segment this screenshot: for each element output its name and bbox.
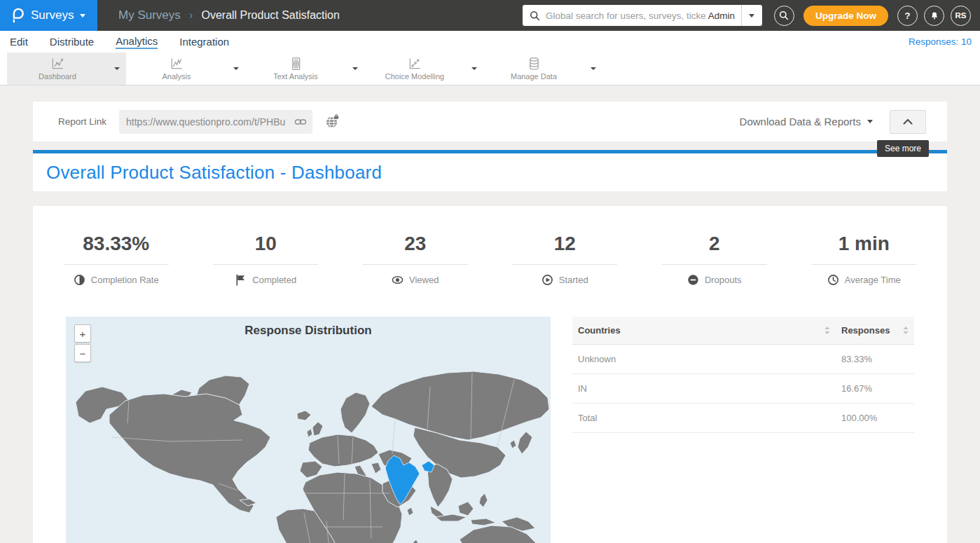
play-circle-icon	[541, 274, 553, 286]
database-icon	[527, 57, 541, 71]
help-button[interactable]: ?	[897, 6, 918, 26]
breadcrumb-parent[interactable]: My Surveys	[118, 8, 181, 22]
scatter-trend-icon	[408, 57, 422, 71]
map-philippines	[479, 493, 488, 507]
responses-cell: 83.33%	[836, 345, 914, 374]
stat-label: Dropouts	[705, 275, 742, 285]
stat-viewed: 23 Viewed	[340, 233, 490, 286]
global-search[interactable]: Admin	[523, 5, 762, 26]
dashboard-dropdown[interactable]	[108, 53, 126, 85]
column-header-countries[interactable]: Countries	[572, 317, 836, 345]
stat-average-time: 1 min Average Time	[789, 233, 939, 286]
minus-circle-icon	[687, 274, 699, 286]
chevron-down-icon	[867, 120, 873, 123]
search-scope-dropdown[interactable]	[742, 5, 762, 26]
stat-value: 2	[640, 233, 789, 255]
analysis-dropdown[interactable]	[227, 53, 245, 85]
tab-analytics[interactable]: Analytics	[116, 35, 158, 49]
breadcrumb-current: Overall Product Satisfaction	[201, 9, 339, 22]
country-cell: Unknown	[572, 345, 836, 374]
text-analysis-dropdown[interactable]	[346, 53, 364, 85]
tab-integration[interactable]: Integration	[179, 36, 229, 48]
manage-data-dropdown[interactable]	[584, 53, 602, 85]
search-icon	[779, 11, 789, 20]
bell-icon	[930, 11, 939, 21]
clock-icon	[827, 274, 839, 286]
world-map[interactable]	[66, 317, 551, 543]
chevron-down-icon	[233, 67, 239, 70]
zoom-out-button[interactable]: −	[74, 344, 91, 362]
column-header-responses[interactable]: Responses	[836, 317, 914, 345]
map-ireland	[307, 429, 312, 437]
analytics-toolbar: Dashboard Analysis Text Analysis	[0, 53, 980, 85]
stat-value: 1 min	[789, 233, 939, 255]
chevron-down-icon	[114, 67, 120, 70]
toolbar-item-label: Manage Data	[511, 72, 557, 81]
toolbar-item-manage-data[interactable]: Manage Data	[483, 53, 602, 85]
map-sri-lanka	[407, 507, 413, 516]
product-name: Surveys	[31, 8, 74, 22]
choice-modelling-dropdown[interactable]	[465, 53, 483, 85]
map-iceland	[297, 411, 311, 420]
map-uk	[312, 422, 323, 436]
public-report-settings[interactable]	[325, 114, 340, 129]
chevron-down-icon	[80, 14, 85, 18]
responses-count: Responses: 10	[909, 36, 980, 47]
stat-dropouts: 2 Dropouts	[640, 233, 789, 286]
link-icon[interactable]	[294, 116, 307, 128]
download-data-reports-menu[interactable]: Download Data & Reports	[740, 116, 873, 128]
chevron-down-icon	[591, 67, 596, 70]
countries-table: Countries Responses	[572, 317, 914, 433]
collapse-toolbar-button[interactable]	[890, 110, 926, 134]
search-scope: Admin	[708, 11, 735, 21]
countries-table-panel: Countries Responses	[572, 317, 914, 543]
map-madagascar	[410, 539, 420, 543]
topbar: Surveys My Surveys › Overall Product Sat…	[0, 0, 980, 31]
chevron-down-icon	[749, 14, 754, 18]
stat-value: 23	[340, 233, 490, 255]
divider	[213, 264, 318, 265]
stat-completion-rate: 83.33% Completion Rate	[41, 233, 191, 286]
see-more-tooltip: See more	[877, 140, 929, 157]
breadcrumb-separator-icon: ›	[189, 8, 193, 22]
country-cell: Total	[572, 404, 836, 433]
dashboard-card: 83.33% Completion Rate 10 Completed	[33, 206, 947, 543]
chevron-down-icon	[471, 67, 477, 70]
breadcrumb: My Surveys › Overall Product Satisfactio…	[118, 8, 340, 22]
stat-label: Average Time	[845, 275, 901, 285]
notifications-button[interactable]	[924, 6, 944, 26]
map-europe	[308, 434, 378, 467]
report-link-bar: Report Link Download Data & Reports See …	[33, 102, 947, 142]
report-url-input[interactable]	[126, 116, 294, 128]
questionpro-logo-icon	[9, 7, 25, 24]
map-india-northeast-highlight[interactable]	[422, 461, 434, 472]
question-mark-icon: ?	[905, 11, 911, 21]
search-input[interactable]	[546, 11, 705, 21]
document-grid-icon	[289, 57, 303, 71]
distribution-row: Response Distribution + −	[33, 317, 947, 543]
divider	[811, 264, 916, 265]
tab-edit[interactable]: Edit	[10, 36, 28, 48]
upgrade-now-button[interactable]: Upgrade Now	[803, 6, 888, 26]
toolbar-item-text-analysis[interactable]: Text Analysis	[245, 53, 364, 85]
stat-value: 10	[191, 233, 341, 255]
search-button[interactable]	[774, 6, 794, 26]
report-link-label: Report Link	[58, 116, 106, 127]
divider	[64, 264, 169, 265]
stats-row: 83.33% Completion Rate 10 Completed	[33, 233, 947, 286]
toolbar-item-choice-modelling[interactable]: Choice Modelling	[364, 53, 483, 85]
product-switcher[interactable]: Surveys	[0, 0, 97, 31]
toolbar-item-dashboard[interactable]: Dashboard	[7, 53, 126, 85]
toolbar-item-label: Text Analysis	[273, 72, 318, 81]
divider	[363, 264, 468, 265]
analysis-chart-icon	[170, 57, 184, 71]
responses-cell: 100.00%	[836, 404, 914, 433]
tab-distribute[interactable]: Distribute	[50, 36, 94, 48]
toolbar-item-analysis[interactable]: Analysis	[126, 53, 245, 85]
table-row: Unknown 83.33%	[572, 345, 914, 374]
zoom-in-button[interactable]: +	[74, 324, 91, 343]
report-url-box[interactable]	[119, 110, 312, 134]
avatar[interactable]: RS	[951, 6, 971, 26]
toolbar-item-label: Analysis	[163, 72, 191, 81]
response-distribution-map: Response Distribution + −	[66, 317, 551, 543]
